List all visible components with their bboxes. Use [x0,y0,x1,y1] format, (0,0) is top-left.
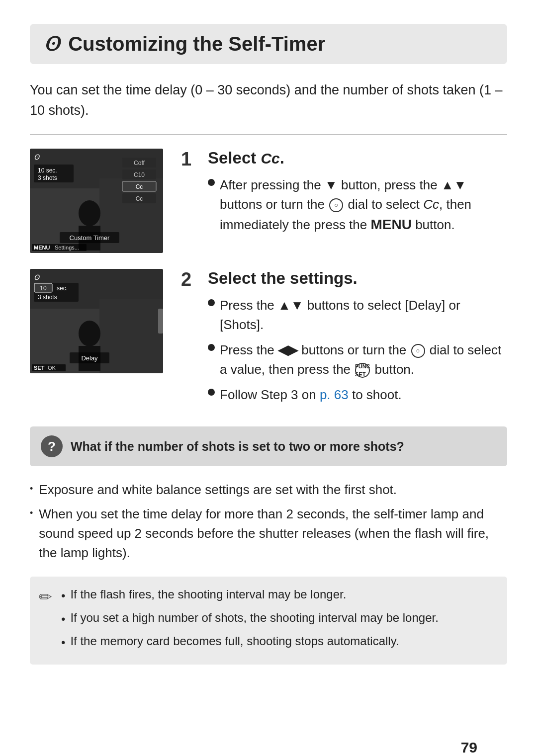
bullet-dot-2a [208,299,215,306]
info-bullet-2: • When you set the time delay for more t… [30,504,507,563]
step-2-number: 2 [181,269,199,290]
info-bullet-dot-2: • [30,506,33,520]
step-2-bullet-3-text: Follow Step 3 on p. 63 to shoot. [220,385,402,405]
step-2-bullet-3: Follow Step 3 on p. 63 to shoot. [208,385,507,405]
info-bullets-list: • Exposure and white balance settings ar… [30,480,507,563]
svg-text:SET: SET [34,365,45,371]
svg-text:MENU: MENU [34,245,50,251]
page-title: Customizing the Self-Timer [68,33,325,55]
dial-icon: ○ [329,198,343,212]
question-note-text: What if the number of shots is set to tw… [71,439,404,454]
menu-label: MENU [370,217,411,232]
tip-box: ✏ • If the flash fires, the shooting int… [30,577,507,665]
svg-text:Custom Timer: Custom Timer [70,234,110,242]
intro-text: You can set the time delay (0 – 30 secon… [30,80,507,120]
svg-text:Coff: Coff [134,160,145,167]
svg-text:C10: C10 [134,171,145,178]
step-1-bullet-1-text: After pressing the ▼ button, press the ▲… [220,175,507,235]
svg-text:sec.: sec. [57,285,68,292]
step-1-row: Coff C10 Cc Cc 10 sec. 3 shots Custom Ti… [30,149,507,253]
page-link: p. 63 [320,387,349,402]
step-1-bullets: After pressing the ▼ button, press the ▲… [208,175,507,235]
tip-item-2: • If you set a high number of shots, the… [61,609,439,628]
page-header: ʘ Customizing the Self-Timer [30,24,507,64]
tip-item-1-text: If the flash fires, the shooting interva… [70,586,346,603]
tip-bullet-2: • [61,610,65,628]
svg-text:Settings...: Settings... [55,245,79,251]
step-2-row: ʘ 10 sec. 3 shots Delay SET OK 2 [30,269,507,411]
svg-text:3 shots: 3 shots [38,174,57,181]
tip-list: • If the flash fires, the shooting inter… [61,586,439,656]
svg-text:10: 10 [40,285,47,292]
step-2-bullet-1-text: Press the ▲▼ buttons to select [Delay] o… [220,296,507,335]
svg-text:Cc: Cc [136,195,143,202]
step-2-bullet-1: Press the ▲▼ buttons to select [Delay] o… [208,296,507,335]
self-timer-icon: ʘ [44,33,59,55]
page-number: 79 [461,739,477,756]
dial-icon-2: ○ [411,344,425,358]
bullet-dot [208,179,215,186]
step-2-bullet-2-text: Press the ◀▶ buttons or turn the ○ dial … [220,340,507,379]
step-2-bullet-2: Press the ◀▶ buttons or turn the ○ dial … [208,340,507,379]
svg-rect-41 [158,309,163,334]
step-2-content: Select the settings. Press the ▲▼ button… [208,269,507,411]
bullet-dot-2b [208,344,215,351]
info-bullet-dot-1: • [30,482,33,496]
tip-item-2-text: If you set a high number of shots, the s… [70,609,438,627]
svg-point-4 [79,200,100,226]
tip-bullet-3: • [61,634,65,652]
step-2-camera-image: ʘ 10 sec. 3 shots Delay SET OK [30,269,163,373]
pencil-icon: ✏ [39,588,52,606]
step-1-number: 1 [181,149,199,170]
svg-text:3 shots: 3 shots [38,294,57,301]
step-2-title: Select the settings. [208,269,507,288]
tip-item-3: • If the memory card becomes full, shoot… [61,632,439,652]
step-2-content-wrapper: 2 Select the settings. Press the ▲▼ butt… [181,269,507,411]
info-bullet-2-text: When you set the time delay for more tha… [39,504,507,563]
info-bullet-1-text: Exposure and white balance settings are … [39,480,397,500]
step-1-content: Select Cc. After pressing the ▼ button, … [208,149,507,241]
step-1-content-wrapper: 1 Select Cc. After pressing the ▼ button… [181,149,507,241]
step-2-bullets: Press the ▲▼ buttons to select [Delay] o… [208,296,507,405]
svg-text:Cc: Cc [136,183,143,190]
page-wrapper: ʘ Customizing the Self-Timer You can set… [30,24,507,756]
tip-item-1: • If the flash fires, the shooting inter… [61,586,439,605]
step-1-camera-image: Coff C10 Cc Cc 10 sec. 3 shots Custom Ti… [30,149,163,253]
svg-text:OK: OK [48,365,56,371]
step-1-bullet-1: After pressing the ▼ button, press the ▲… [208,175,507,235]
question-icon: ? [41,435,63,457]
tip-bullet-1: • [61,587,65,605]
question-note-box: ? What if the number of shots is set to … [30,426,507,466]
svg-point-28 [79,321,100,346]
section-divider [30,134,507,135]
bullet-dot-2c [208,389,215,396]
func-set-icon: FUNCSET [355,363,370,378]
info-bullet-1: • Exposure and white balance settings ar… [30,480,507,500]
tip-item-3-text: If the memory card becomes full, shootin… [70,632,399,650]
step-1-title-text: Select Cc. [208,149,284,167]
svg-text:Delay: Delay [81,354,98,362]
svg-text:10 sec.: 10 sec. [38,167,57,174]
step-1-title: Select Cc. [208,149,507,168]
